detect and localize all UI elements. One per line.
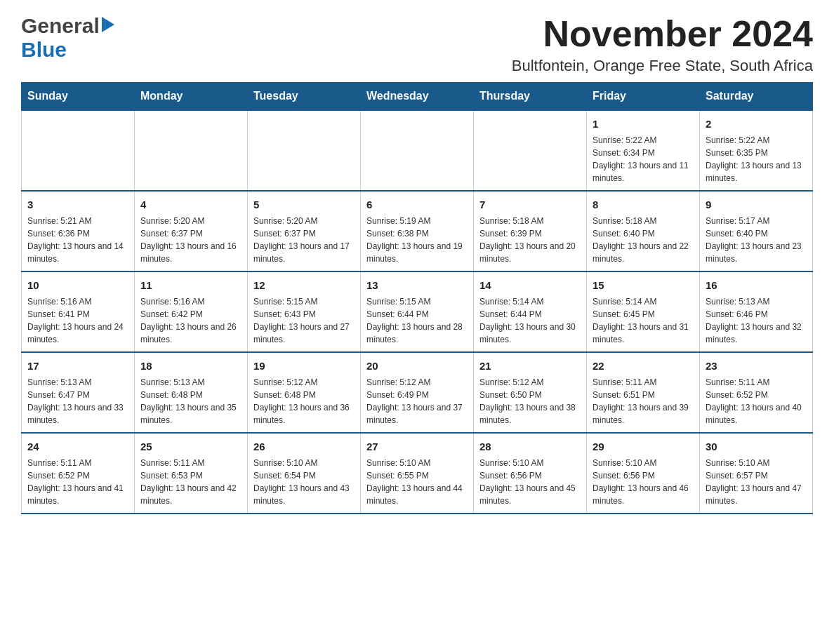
- day-info: Sunrise: 5:13 AMSunset: 6:47 PMDaylight:…: [27, 376, 128, 427]
- calendar-cell-w5-d3: 26Sunrise: 5:10 AMSunset: 6:54 PMDayligh…: [248, 433, 361, 514]
- calendar-cell-w5-d5: 28Sunrise: 5:10 AMSunset: 6:56 PMDayligh…: [474, 433, 587, 514]
- day-number: 18: [140, 358, 241, 373]
- week-row-4: 17Sunrise: 5:13 AMSunset: 6:47 PMDayligh…: [22, 352, 813, 433]
- day-info: Sunrise: 5:18 AMSunset: 6:39 PMDaylight:…: [479, 215, 581, 265]
- day-number: 5: [253, 197, 355, 212]
- day-number: 24: [27, 439, 128, 454]
- location-subtitle: Bultfontein, Orange Free State, South Af…: [512, 57, 813, 75]
- weekday-header-row: Sunday Monday Tuesday Wednesday Thursday…: [22, 83, 813, 111]
- calendar-cell-w2-d7: 9Sunrise: 5:17 AMSunset: 6:40 PMDaylight…: [700, 191, 813, 271]
- header-monday: Monday: [135, 83, 248, 111]
- day-number: 30: [706, 439, 807, 454]
- day-number: 13: [366, 278, 468, 293]
- day-number: 15: [593, 278, 694, 293]
- calendar-cell-w1-d7: 2Sunrise: 5:22 AMSunset: 6:35 PMDaylight…: [700, 110, 813, 191]
- day-info: Sunrise: 5:10 AMSunset: 6:57 PMDaylight:…: [706, 457, 807, 507]
- logo-blue-text: Blue: [21, 38, 67, 61]
- calendar-cell-w4-d3: 19Sunrise: 5:12 AMSunset: 6:48 PMDayligh…: [248, 352, 361, 433]
- day-number: 28: [479, 439, 581, 454]
- day-number: 11: [140, 278, 241, 293]
- day-number: 8: [593, 197, 694, 212]
- day-number: 12: [253, 278, 355, 293]
- calendar-cell-w3-d1: 10Sunrise: 5:16 AMSunset: 6:41 PMDayligh…: [22, 271, 135, 352]
- day-number: 1: [593, 116, 694, 131]
- calendar-cell-w3-d5: 14Sunrise: 5:14 AMSunset: 6:44 PMDayligh…: [474, 271, 587, 352]
- day-number: 7: [479, 197, 581, 212]
- calendar-cell-w5-d4: 27Sunrise: 5:10 AMSunset: 6:55 PMDayligh…: [361, 433, 474, 514]
- day-number: 4: [140, 197, 241, 212]
- calendar-cell-w5-d7: 30Sunrise: 5:10 AMSunset: 6:57 PMDayligh…: [700, 433, 813, 514]
- calendar-cell-w4-d6: 22Sunrise: 5:11 AMSunset: 6:51 PMDayligh…: [587, 352, 700, 433]
- day-number: 2: [706, 116, 807, 131]
- day-number: 25: [140, 439, 241, 454]
- page-header: General Blue November 2024 Bultfontein, …: [21, 14, 813, 75]
- week-row-2: 3Sunrise: 5:21 AMSunset: 6:36 PMDaylight…: [22, 191, 813, 271]
- day-info: Sunrise: 5:13 AMSunset: 6:48 PMDaylight:…: [140, 376, 241, 427]
- calendar-cell-w2-d5: 7Sunrise: 5:18 AMSunset: 6:39 PMDaylight…: [474, 191, 587, 271]
- calendar-cell-w4-d1: 17Sunrise: 5:13 AMSunset: 6:47 PMDayligh…: [22, 352, 135, 433]
- day-info: Sunrise: 5:14 AMSunset: 6:45 PMDaylight:…: [593, 295, 694, 346]
- day-number: 20: [366, 358, 468, 373]
- calendar-cell-w1-d1: [22, 110, 135, 191]
- day-info: Sunrise: 5:22 AMSunset: 6:35 PMDaylight:…: [706, 134, 807, 185]
- day-info: Sunrise: 5:15 AMSunset: 6:44 PMDaylight:…: [366, 295, 468, 346]
- calendar-cell-w3-d4: 13Sunrise: 5:15 AMSunset: 6:44 PMDayligh…: [361, 271, 474, 352]
- day-number: 10: [27, 278, 128, 293]
- day-number: 27: [366, 439, 468, 454]
- header-sunday: Sunday: [22, 83, 135, 111]
- day-number: 16: [706, 278, 807, 293]
- calendar-cell-w4-d4: 20Sunrise: 5:12 AMSunset: 6:49 PMDayligh…: [361, 352, 474, 433]
- day-info: Sunrise: 5:17 AMSunset: 6:40 PMDaylight:…: [706, 215, 807, 265]
- calendar-cell-w3-d3: 12Sunrise: 5:15 AMSunset: 6:43 PMDayligh…: [248, 271, 361, 352]
- day-info: Sunrise: 5:18 AMSunset: 6:40 PMDaylight:…: [593, 215, 694, 265]
- day-info: Sunrise: 5:11 AMSunset: 6:52 PMDaylight:…: [27, 457, 128, 507]
- week-row-5: 24Sunrise: 5:11 AMSunset: 6:52 PMDayligh…: [22, 433, 813, 514]
- header-thursday: Thursday: [474, 83, 587, 111]
- week-row-3: 10Sunrise: 5:16 AMSunset: 6:41 PMDayligh…: [22, 271, 813, 352]
- day-info: Sunrise: 5:12 AMSunset: 6:49 PMDaylight:…: [366, 376, 468, 427]
- day-info: Sunrise: 5:14 AMSunset: 6:44 PMDaylight:…: [479, 295, 581, 346]
- day-number: 21: [479, 358, 581, 373]
- day-number: 22: [593, 358, 694, 373]
- day-info: Sunrise: 5:12 AMSunset: 6:50 PMDaylight:…: [479, 376, 581, 427]
- calendar-cell-w3-d2: 11Sunrise: 5:16 AMSunset: 6:42 PMDayligh…: [135, 271, 248, 352]
- header-wednesday: Wednesday: [361, 83, 474, 111]
- logo-arrow-icon: [102, 17, 114, 35]
- day-info: Sunrise: 5:11 AMSunset: 6:51 PMDaylight:…: [593, 376, 694, 427]
- day-info: Sunrise: 5:20 AMSunset: 6:37 PMDaylight:…: [253, 215, 355, 265]
- calendar-cell-w3-d6: 15Sunrise: 5:14 AMSunset: 6:45 PMDayligh…: [587, 271, 700, 352]
- day-info: Sunrise: 5:16 AMSunset: 6:41 PMDaylight:…: [27, 295, 128, 346]
- header-saturday: Saturday: [700, 83, 813, 111]
- day-info: Sunrise: 5:15 AMSunset: 6:43 PMDaylight:…: [253, 295, 355, 346]
- day-info: Sunrise: 5:10 AMSunset: 6:54 PMDaylight:…: [253, 457, 355, 507]
- calendar-cell-w2-d1: 3Sunrise: 5:21 AMSunset: 6:36 PMDaylight…: [22, 191, 135, 271]
- calendar-cell-w2-d4: 6Sunrise: 5:19 AMSunset: 6:38 PMDaylight…: [361, 191, 474, 271]
- logo: General Blue: [21, 14, 114, 62]
- calendar-cell-w1-d4: [361, 110, 474, 191]
- day-info: Sunrise: 5:13 AMSunset: 6:46 PMDaylight:…: [706, 295, 807, 346]
- day-number: 17: [27, 358, 128, 373]
- day-number: 14: [479, 278, 581, 293]
- day-number: 3: [27, 197, 128, 212]
- calendar-table: Sunday Monday Tuesday Wednesday Thursday…: [21, 82, 813, 514]
- day-info: Sunrise: 5:11 AMSunset: 6:53 PMDaylight:…: [140, 457, 241, 507]
- day-number: 9: [706, 197, 807, 212]
- calendar-cell-w2-d6: 8Sunrise: 5:18 AMSunset: 6:40 PMDaylight…: [587, 191, 700, 271]
- calendar-cell-w5-d6: 29Sunrise: 5:10 AMSunset: 6:56 PMDayligh…: [587, 433, 700, 514]
- week-row-1: 1Sunrise: 5:22 AMSunset: 6:34 PMDaylight…: [22, 110, 813, 191]
- day-info: Sunrise: 5:10 AMSunset: 6:55 PMDaylight:…: [366, 457, 468, 507]
- day-info: Sunrise: 5:16 AMSunset: 6:42 PMDaylight:…: [140, 295, 241, 346]
- calendar-cell-w5-d2: 25Sunrise: 5:11 AMSunset: 6:53 PMDayligh…: [135, 433, 248, 514]
- day-info: Sunrise: 5:12 AMSunset: 6:48 PMDaylight:…: [253, 376, 355, 427]
- calendar-cell-w3-d7: 16Sunrise: 5:13 AMSunset: 6:46 PMDayligh…: [700, 271, 813, 352]
- day-info: Sunrise: 5:19 AMSunset: 6:38 PMDaylight:…: [366, 215, 468, 265]
- day-info: Sunrise: 5:22 AMSunset: 6:34 PMDaylight:…: [593, 134, 694, 185]
- svg-marker-0: [102, 17, 114, 32]
- calendar-cell-w1-d3: [248, 110, 361, 191]
- calendar-cell-w1-d2: [135, 110, 248, 191]
- calendar-cell-w4-d5: 21Sunrise: 5:12 AMSunset: 6:50 PMDayligh…: [474, 352, 587, 433]
- day-info: Sunrise: 5:21 AMSunset: 6:36 PMDaylight:…: [27, 215, 128, 265]
- day-info: Sunrise: 5:20 AMSunset: 6:37 PMDaylight:…: [140, 215, 241, 265]
- header-tuesday: Tuesday: [248, 83, 361, 111]
- day-info: Sunrise: 5:11 AMSunset: 6:52 PMDaylight:…: [706, 376, 807, 427]
